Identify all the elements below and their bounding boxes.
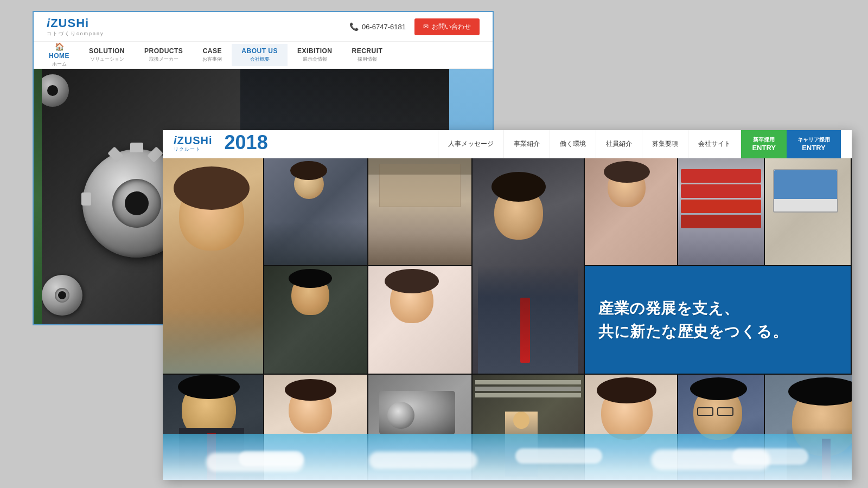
tie-man-phone <box>520 298 530 363</box>
photo-computer <box>765 158 851 265</box>
cloud-4 <box>515 448 602 464</box>
shelf-box-1 <box>681 169 761 183</box>
gear-center-hole <box>125 191 149 215</box>
cloud-6 <box>732 448 808 465</box>
hero-line2: 共に新たな歴史をつくる。 <box>598 320 788 343</box>
back-logo-text: iZUSHi <box>47 16 89 30</box>
building-top <box>368 158 471 175</box>
hair-man-phone <box>492 172 546 202</box>
nav-item-about[interactable]: ABOUT US 会社概要 <box>232 44 288 66</box>
back-nav: 🏠 HOME ホーム SOLUTION ソリューション PRODUCTS 取扱メ… <box>34 42 493 69</box>
front-logo-group: iZUSHi リクルート 2018 <box>174 135 268 153</box>
front-logo: iZUSHi リクルート <box>174 135 213 153</box>
monitor <box>773 169 838 213</box>
cloud-3 <box>369 452 477 469</box>
hair-woman2 <box>597 377 656 403</box>
gear-tooth-top <box>130 143 143 152</box>
nav-item-recruit[interactable]: RECRUIT 採用情報 <box>342 44 393 66</box>
front-header: iZUSHi リクルート 2018 人事メッセージ 事業紹介 働く環境 社員紹介… <box>163 130 852 158</box>
hair-woman-desk <box>604 161 650 183</box>
glasses-right <box>717 407 733 416</box>
photo-products-shelf <box>678 158 764 265</box>
front-logo-main: iZUSHi <box>174 135 213 146</box>
shelf-box-2 <box>681 184 761 198</box>
hair-suit <box>178 375 240 399</box>
home-icon: 🏠 <box>55 42 64 51</box>
front-entry-new-button[interactable]: 新卒採用 ENTRY <box>741 130 787 158</box>
shelf-box-4 <box>681 215 761 228</box>
entry-new-sub: ENTRY <box>752 144 776 152</box>
head-warehouse <box>513 412 529 429</box>
photo-person-car <box>264 158 367 265</box>
plant-accent <box>34 69 42 325</box>
machinery-circle <box>387 402 414 429</box>
hair-car <box>290 161 327 180</box>
front-nav-kaisha[interactable]: 会社サイト <box>688 130 741 158</box>
photo-woman-driving <box>163 158 263 374</box>
sky-strip <box>163 434 852 480</box>
front-nav: 人事メッセージ 事業紹介 働く環境 社員紹介 募集要項 会社サイト 新卒採用 E… <box>438 130 841 158</box>
nav-item-exhibition[interactable]: EXIBITION 展示会情報 <box>288 44 342 66</box>
gear-tooth-left <box>81 192 91 206</box>
front-nav-boshu[interactable]: 募集要項 <box>642 130 688 158</box>
cloud-2 <box>239 451 304 466</box>
front-year: 2018 <box>225 133 268 152</box>
photo-collage: 産業の発展を支え、 共に新たな歴史をつくる。 <box>163 158 852 480</box>
front-nav-jinzai[interactable]: 人事メッセージ <box>438 130 504 158</box>
back-header-right: 📞 06-6747-6181 ✉ お問い合わせ <box>349 18 480 35</box>
body-1 <box>163 309 263 374</box>
phone-icon: 📞 <box>349 22 359 31</box>
glasses-left <box>697 407 713 416</box>
photo-man-phone <box>473 158 584 374</box>
nav-item-home[interactable]: 🏠 HOME ホーム <box>39 39 79 71</box>
shelf-line1 <box>475 380 581 384</box>
hair-1 <box>174 166 250 210</box>
back-logo-sub: コトづくりcompany <box>47 30 104 37</box>
photo-building <box>368 158 471 265</box>
nav-item-solution[interactable]: SOLUTION ソリューション <box>79 44 135 66</box>
front-hero: 産業の発展を支え、 共に新たな歴史をつくる。 <box>163 158 852 480</box>
front-logo-recruit: リクルート <box>174 146 213 153</box>
back-logo: iZUSHi コトづくりcompany <box>47 16 104 37</box>
shelf-line2 <box>475 387 581 391</box>
entry-career-sub: ENTRY <box>802 144 826 152</box>
small-gear-hole <box>58 291 66 299</box>
shelf-box-3 <box>681 200 761 213</box>
entry-new-label: 新卒採用 <box>753 136 775 144</box>
front-hero-message: 産業の発展を支え、 共に新たな歴史をつくる。 <box>598 297 788 344</box>
photo-man-phone2 <box>264 266 367 374</box>
hair-woman-phone <box>385 269 439 293</box>
nav-item-case[interactable]: CASE お客事例 <box>193 44 232 66</box>
front-nav-jigyo[interactable]: 事業紹介 <box>504 130 550 158</box>
body-car <box>264 222 367 265</box>
back-header: iZUSHi コトづくりcompany 📞 06-6747-6181 ✉ お問い… <box>34 12 493 42</box>
shelf-line3 <box>475 393 581 397</box>
hair-man2 <box>289 269 332 288</box>
small-gear-bottom <box>42 275 82 316</box>
envelope-icon: ✉ <box>423 23 429 30</box>
entry-career-label: キャリア採用 <box>797 136 830 144</box>
photo-woman-desk <box>585 158 677 265</box>
hero-text-overlay: 産業の発展を支え、 共に新たな歴史をつくる。 <box>585 266 851 374</box>
nav-item-products[interactable]: PRODUCTS 取扱メーカー <box>135 44 193 66</box>
top-gear-hole <box>47 85 58 96</box>
front-nav-shain[interactable]: 社員紹介 <box>596 130 642 158</box>
front-entry-career-button[interactable]: キャリア採用 ENTRY <box>787 130 841 158</box>
back-contact-button[interactable]: ✉ お問い合わせ <box>414 18 480 35</box>
photo-woman-phone <box>368 266 471 374</box>
hair-glasses <box>690 377 747 400</box>
phone-number: 06-6747-6181 <box>362 23 406 31</box>
hair-smiling <box>285 379 336 401</box>
hero-line1: 産業の発展を支え、 <box>598 297 788 320</box>
back-phone: 📞 06-6747-6181 <box>349 22 406 31</box>
front-nav-hataraku[interactable]: 働く環境 <box>550 130 596 158</box>
front-website: iZUSHi リクルート 2018 人事メッセージ 事業紹介 働く環境 社員紹介… <box>163 130 852 480</box>
contact-label: お問い合わせ <box>432 22 471 31</box>
